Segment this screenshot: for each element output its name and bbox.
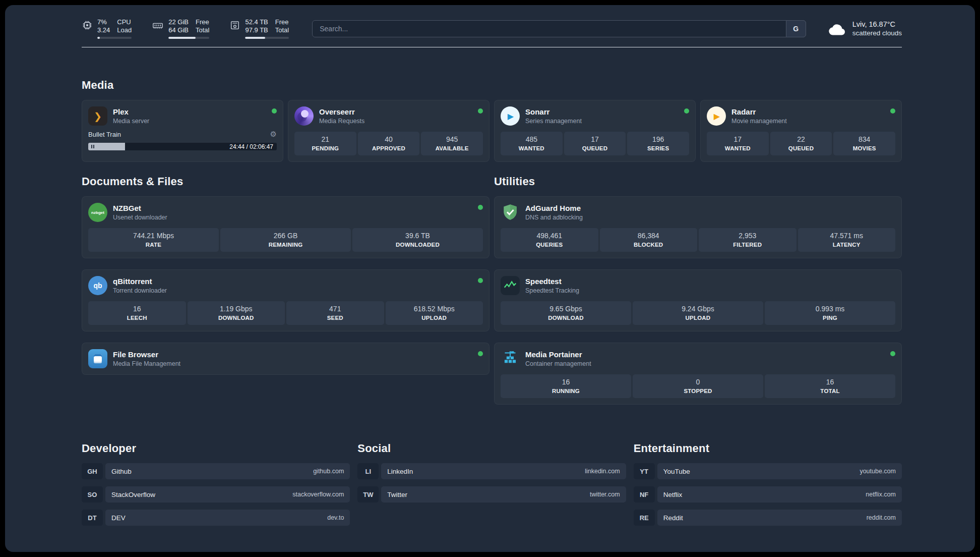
bookmark-abbr: GH <box>82 463 103 479</box>
ram-icon <box>152 20 164 31</box>
bookmark-abbr: LI <box>357 463 379 479</box>
search-input[interactable] <box>312 20 806 37</box>
stat-value: 196 <box>629 135 687 144</box>
section-title-media: Media <box>82 79 902 92</box>
stat-tile: 16 TOTAL <box>765 374 895 398</box>
cpu-usage-fill <box>97 37 100 39</box>
bookmark-url: linkedin.com <box>585 468 620 475</box>
stat-value: 39.6 TB <box>354 232 481 240</box>
stat-value: 498,461 <box>503 232 596 240</box>
bookmark-dev[interactable]: DT DEV dev.to <box>82 510 350 526</box>
card-overseerr[interactable]: Overseerr Media Requests 21 PENDING 40 A… <box>288 100 489 162</box>
memory-usage-bar <box>168 37 209 39</box>
stat-value: 0 <box>635 378 761 386</box>
section-utilities: Utilities <box>494 175 902 405</box>
stat-tile: 86,384 BLOCKED <box>600 228 698 252</box>
card-sonarr[interactable]: ▶ Sonarr Series management 485 WANTED 17… <box>494 100 696 162</box>
stat-value: 22 <box>772 135 830 144</box>
bookmark-url: stackoverflow.com <box>292 491 344 498</box>
bookmark-abbr: YT <box>634 463 655 479</box>
card-portainer[interactable]: Media Portainer Container management 16 … <box>494 343 902 405</box>
stat-tile: 744.21 Mbps RATE <box>88 228 219 252</box>
bookmark-stackoverflow[interactable]: SO StackOverflow stackoverflow.com <box>82 486 350 503</box>
qbittorrent-icon: qb <box>88 276 107 295</box>
stat-label: FILTERED <box>701 242 794 248</box>
app-subtitle: Speedtest Tracking <box>525 287 579 294</box>
bookmark-github[interactable]: GH Github github.com <box>82 463 350 479</box>
stat-label: PENDING <box>296 145 354 151</box>
memory-usage-fill <box>168 37 196 39</box>
bookmark-reddit[interactable]: RE Reddit reddit.com <box>634 510 902 526</box>
bookmark-url: reddit.com <box>867 514 896 521</box>
stat-label: MOVIES <box>835 145 893 151</box>
stat-value: 618.52 Mbps <box>388 305 481 313</box>
app-subtitle: Usenet downloader <box>113 214 167 221</box>
disk-total: 97.9 TB <box>245 26 268 34</box>
stat-tile: 16 LEECH <box>88 301 186 325</box>
app-name: AdGuard Home <box>525 204 583 213</box>
disk-usage-fill <box>245 37 265 39</box>
bookmark-twitter[interactable]: TW Twitter twitter.com <box>357 486 626 503</box>
weather-location: Lviv, 16.87°C <box>852 20 902 29</box>
playback-progress-bar[interactable]: 24:44 / 02:06:47 <box>88 143 277 150</box>
stat-label: WANTED <box>503 145 561 151</box>
stat-tile: 16 RUNNING <box>501 374 631 398</box>
card-filebrowser[interactable]: File Browser Media File Management <box>82 343 489 375</box>
card-adguard[interactable]: AdGuard Home DNS and adblocking 498,461 … <box>494 196 902 258</box>
section-title-utilities: Utilities <box>494 175 902 188</box>
stat-tile: 0 STOPPED <box>633 374 763 398</box>
memory-free: 22 GiB <box>168 18 189 26</box>
card-radarr[interactable]: ▶ Radarr Movie management 17 WANTED 22 Q… <box>700 100 902 162</box>
bookmark-name: Netflix <box>663 491 683 498</box>
app-subtitle: Torrent downloader <box>113 287 167 294</box>
bookmark-abbr: TW <box>357 486 379 503</box>
cpu-label-top: CPU <box>117 18 132 26</box>
stat-value: 266 GB <box>222 232 349 240</box>
stat-value: 86,384 <box>602 232 696 240</box>
bookmark-linkedin[interactable]: LI LinkedIn linkedin.com <box>357 463 626 479</box>
bookmark-netflix[interactable]: NF Netflix netflix.com <box>634 486 902 503</box>
topbar-divider <box>82 47 902 47</box>
card-plex[interactable]: ❯ Plex Media server Bullet Train ⚙ 24:44… <box>82 100 283 162</box>
stat-tile: 2,953 FILTERED <box>699 228 797 252</box>
stat-label: DOWNLOADED <box>354 242 481 248</box>
app-subtitle: Movie management <box>731 118 787 125</box>
top-bar: 7% 3.24 CPU Load <box>82 18 902 39</box>
bookmark-group-developer: Developer GH Github github.com SO StackO… <box>82 442 350 533</box>
stat-tile: 17 WANTED <box>707 132 769 155</box>
stat-label: BLOCKED <box>602 242 696 248</box>
card-nzbget[interactable]: nzbget NZBGet Usenet downloader 744.21 M… <box>82 196 489 258</box>
stat-label: QUEUED <box>772 145 830 151</box>
stat-tile: 17 QUEUED <box>564 132 626 155</box>
gear-icon[interactable]: ⚙ <box>270 130 277 139</box>
bookmark-youtube[interactable]: YT YouTube youtube.com <box>634 463 902 479</box>
stat-label: PING <box>767 315 893 321</box>
stat-label: TOTAL <box>767 388 893 394</box>
pause-icon[interactable] <box>91 145 94 148</box>
hard-drive-icon <box>229 20 240 31</box>
stat-tile: 945 AVAILABLE <box>421 132 483 155</box>
bookmark-group-entertainment: Entertainment YT YouTube youtube.com NF … <box>634 442 902 533</box>
bookmark-abbr: RE <box>634 510 655 526</box>
card-qbittorrent[interactable]: qb qBittorrent Torrent downloader 16 LEE… <box>82 269 489 331</box>
status-indicator <box>684 108 689 114</box>
stat-tile: 39.6 TB DOWNLOADED <box>352 228 483 252</box>
app-name: qBittorrent <box>113 277 167 286</box>
app-name: Overseerr <box>319 107 364 117</box>
stat-tile: 498,461 QUERIES <box>501 228 598 252</box>
stat-value: 945 <box>423 135 481 144</box>
stat-label: LEECH <box>90 315 184 321</box>
status-indicator <box>890 108 895 114</box>
status-indicator <box>478 351 483 356</box>
app-subtitle: Media File Management <box>113 360 180 367</box>
stat-label: LATENCY <box>800 242 894 248</box>
stat-value: 834 <box>835 135 893 144</box>
card-speedtest[interactable]: Speedtest Speedtest Tracking 9.65 Gbps D… <box>494 269 902 331</box>
plex-icon: ❯ <box>88 106 107 126</box>
section-title-developer: Developer <box>82 442 350 455</box>
bookmark-url: youtube.com <box>860 468 896 475</box>
app-subtitle: Series management <box>525 118 582 125</box>
stat-tile: 266 GB REMAINING <box>220 228 351 252</box>
playback-time: 24:44 / 02:06:47 <box>229 143 273 150</box>
search-engine-button[interactable]: G <box>786 20 806 37</box>
